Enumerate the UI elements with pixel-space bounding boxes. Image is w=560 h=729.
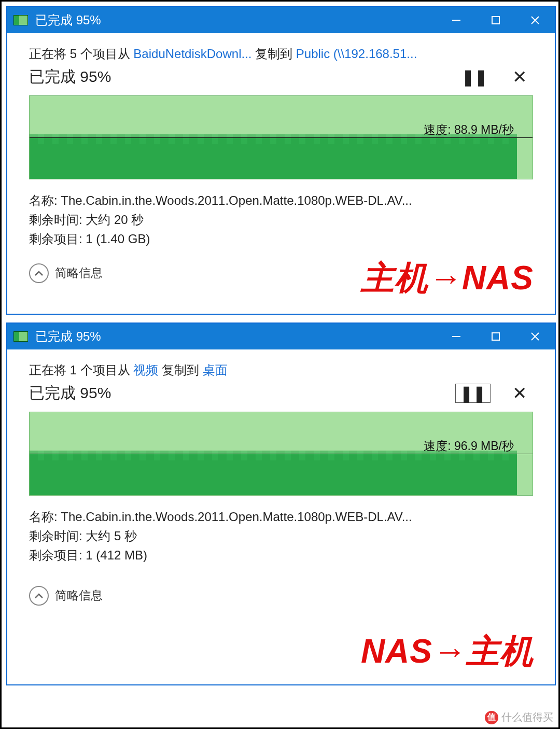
watermark-text: 什么值得买 bbox=[501, 710, 553, 724]
watermark: 值 什么值得买 bbox=[485, 710, 553, 724]
maximize-button[interactable] bbox=[476, 7, 515, 33]
annotation-nas-to-host: NAS→主机 bbox=[361, 629, 534, 674]
transfer-details: 名称: The.Cabin.in.the.Woods.2011.Open.Mat… bbox=[29, 191, 533, 249]
progress-controls: ❚❚ ✕ bbox=[455, 382, 533, 404]
speed-label: 速度: 88.9 MB/秒 bbox=[424, 122, 514, 138]
copy-mid: 复制到 bbox=[251, 47, 296, 61]
transfer-details: 名称: The.Cabin.in.the.Woods.2011.Open.Mat… bbox=[29, 507, 533, 565]
window-title: 已完成 95% bbox=[35, 328, 101, 345]
copy-description: 正在将 5 个项目从 BaiduNetdiskDownl... 复制到 Publ… bbox=[29, 46, 533, 62]
details-toggle[interactable]: 简略信息 bbox=[29, 586, 533, 606]
source-link[interactable]: 视频 bbox=[133, 363, 158, 377]
window-title: 已完成 95% bbox=[35, 12, 101, 29]
copy-progress-icon bbox=[13, 331, 28, 342]
copy-progress-icon bbox=[13, 15, 28, 25]
pause-button[interactable]: ❚❚ bbox=[455, 384, 491, 403]
source-link[interactable]: BaiduNetdiskDownl... bbox=[133, 47, 251, 61]
copy-mid: 复制到 bbox=[158, 363, 202, 377]
cancel-button[interactable]: ✕ bbox=[509, 65, 530, 88]
speed-chart[interactable]: 速度: 88.9 MB/秒 bbox=[29, 95, 533, 179]
destination-link[interactable]: Public (\\192.168.51... bbox=[296, 47, 417, 61]
dialog-content: 正在将 1 个项目从 视频 复制到 桌面 已完成 95% ❚❚ ✕ 速度: 96… bbox=[7, 349, 555, 611]
pause-button[interactable]: ❚❚ bbox=[458, 67, 491, 87]
cancel-button[interactable]: ✕ bbox=[509, 382, 530, 404]
progress-header: 已完成 95% ❚❚ ✕ bbox=[29, 65, 533, 88]
svg-rect-1 bbox=[492, 17, 499, 24]
destination-link[interactable]: 桌面 bbox=[203, 363, 228, 377]
details-toggle-label: 简略信息 bbox=[55, 587, 103, 604]
window-controls bbox=[437, 7, 555, 33]
window-controls bbox=[437, 324, 555, 349]
svg-rect-5 bbox=[492, 333, 499, 340]
copy-prefix: 正在将 5 个项目从 bbox=[29, 47, 133, 61]
close-button[interactable] bbox=[515, 7, 555, 33]
file-name-row: 名称: The.Cabin.in.the.Woods.2011.Open.Mat… bbox=[29, 507, 533, 526]
maximize-button[interactable] bbox=[476, 324, 515, 349]
titlebar[interactable]: 已完成 95% bbox=[7, 7, 555, 33]
time-remaining-row: 剩余时间: 大约 20 秒 bbox=[29, 210, 533, 229]
minimize-button[interactable] bbox=[437, 324, 476, 349]
watermark-icon: 值 bbox=[485, 711, 498, 724]
close-button[interactable] bbox=[515, 324, 555, 349]
progress-percent: 已完成 95% bbox=[29, 66, 111, 88]
minimize-button[interactable] bbox=[437, 7, 476, 33]
copy-prefix: 正在将 1 个项目从 bbox=[29, 363, 133, 377]
items-remaining-row: 剩余项目: 1 (1.40 GB) bbox=[29, 229, 533, 248]
progress-controls: ❚❚ ✕ bbox=[458, 65, 533, 88]
speed-chart[interactable]: 速度: 96.9 MB/秒 bbox=[29, 412, 533, 496]
dialog-content: 正在将 5 个项目从 BaiduNetdiskDownl... 复制到 Publ… bbox=[7, 33, 555, 288]
file-name-row: 名称: The.Cabin.in.the.Woods.2011.Open.Mat… bbox=[29, 191, 533, 210]
titlebar[interactable]: 已完成 95% bbox=[7, 324, 555, 349]
time-remaining-row: 剩余时间: 大约 5 秒 bbox=[29, 526, 533, 545]
annotation-host-to-nas: 主机→NAS bbox=[361, 256, 534, 301]
progress-header: 已完成 95% ❚❚ ✕ bbox=[29, 382, 533, 404]
chevron-up-icon bbox=[29, 586, 49, 606]
speed-label: 速度: 96.9 MB/秒 bbox=[424, 438, 514, 454]
chevron-up-icon bbox=[29, 263, 49, 283]
copy-description: 正在将 1 个项目从 视频 复制到 桌面 bbox=[29, 362, 533, 378]
progress-percent: 已完成 95% bbox=[29, 383, 111, 404]
details-toggle-label: 简略信息 bbox=[55, 265, 103, 281]
items-remaining-row: 剩余项目: 1 (412 MB) bbox=[29, 545, 533, 565]
